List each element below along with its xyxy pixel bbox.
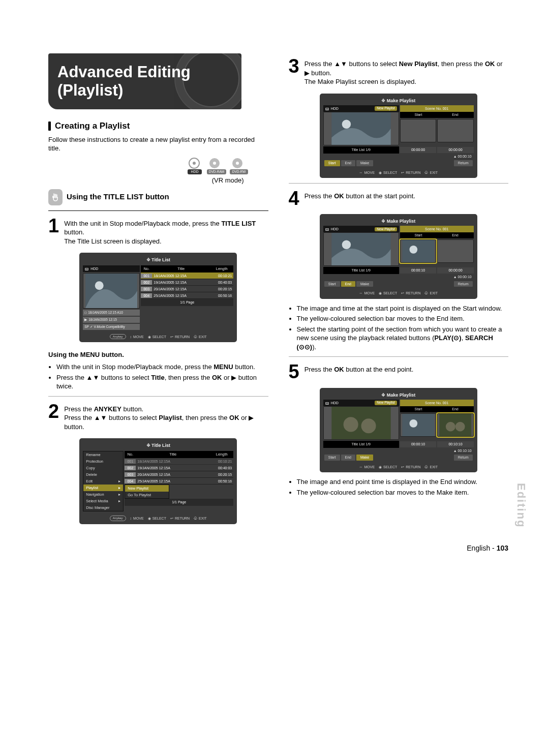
step-number: 1 (48, 217, 59, 246)
screenshot-make-playlist-3: Make Playlist 🖴HDDNew Playlist Scene No.… (320, 94, 477, 178)
screenshot-title-list: Title List 🖴HDD □18/JAN/2005 12:15 A10 ▶… (79, 253, 237, 342)
svg-point-17 (342, 240, 350, 249)
step-number: 5 (289, 363, 299, 380)
btn-make: Make (356, 455, 373, 460)
svg-point-13 (95, 282, 104, 290)
svg-point-27 (455, 422, 465, 432)
step4-bullet-2: The yellow-coloured selection bar moves … (297, 314, 509, 323)
preview-thumb (83, 273, 140, 309)
btn-start: Start (324, 160, 340, 166)
side-tab: Editing (513, 483, 529, 528)
step5-bullet-1: The image and end point time is displaye… (297, 477, 509, 487)
context-menu: Rename Protection Copy Delete Edit▸ Play… (83, 451, 124, 511)
screenshot-make-playlist-4: Make Playlist 🖴HDDNew Playlist Scene No.… (320, 214, 477, 298)
svg-point-1 (193, 162, 196, 165)
svg-text:DVD-RW: DVD-RW (232, 170, 246, 173)
btn-end: End (341, 281, 355, 287)
svg-text:DVD-RAM: DVD-RAM (208, 170, 224, 173)
title-line-2: (Playlist) (57, 81, 123, 99)
section-heading: Creating a Playlist (48, 120, 268, 132)
svg-rect-18 (402, 240, 434, 262)
screenshot-make-playlist-5: Make Playlist 🖴HDDNew Playlist Scene No.… (320, 388, 477, 472)
screenshot-anykey-menu: Title List Rename Protection Copy Delete… (79, 438, 237, 524)
menu-bullet-1: With the unit in Stop mode/Playback mode… (56, 362, 268, 372)
title-chip: Advanced Editing (Playlist) (48, 53, 241, 109)
menu-bullet-2: Press the ▲▼ buttons to select Title, th… (56, 373, 268, 391)
hand-icon (48, 189, 63, 205)
svg-point-26 (446, 422, 455, 432)
vr-mode-note: (VR mode) (48, 176, 244, 185)
page-footer: English - 103 (48, 543, 508, 553)
svg-point-15 (342, 119, 350, 128)
step5-bullet-2: The yellow-coloured selection bar moves … (297, 488, 509, 497)
step-bold: TITLE LIST (221, 220, 256, 227)
menu-subhead: Using the MENU button. (48, 351, 124, 358)
step4-bullet-3: Select the starting point of the section… (297, 325, 509, 352)
svg-rect-20 (331, 407, 390, 439)
step-number: 2 (48, 403, 59, 432)
svg-point-5 (213, 162, 216, 165)
sub-heading: Using the TITLE LIST button (67, 192, 169, 202)
section-intro: Follow these instructions to create a ne… (48, 135, 268, 153)
svg-rect-25 (440, 414, 472, 436)
svg-point-24 (409, 419, 417, 428)
step-text: With the unit in Stop mode/Playback mode… (64, 220, 221, 227)
step-number: 4 (289, 190, 299, 207)
svg-point-9 (236, 162, 239, 165)
step-number: 3 (289, 57, 299, 86)
title-line-1: Advanced Editing (57, 63, 191, 81)
svg-point-19 (409, 246, 417, 254)
disc-badges: HDD DVD-RAM DVD-RW (48, 157, 248, 174)
playlist-submenu: New Playlist Go To Playlist (125, 485, 169, 499)
svg-text:HDD: HDD (191, 170, 198, 173)
step4-bullet-1: The image and time at the start point is… (297, 304, 509, 313)
svg-rect-23 (402, 414, 434, 436)
svg-point-21 (343, 417, 358, 432)
svg-point-22 (361, 418, 376, 433)
